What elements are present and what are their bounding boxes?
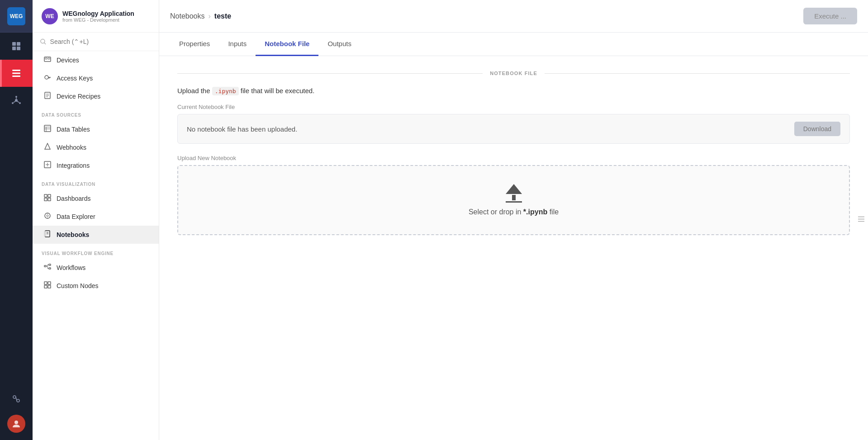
search-box[interactable] xyxy=(40,38,152,45)
rail-item-user[interactable] xyxy=(0,386,33,413)
svg-rect-40 xyxy=(48,194,51,197)
upload-description: Upload the .ipynb file that will be exec… xyxy=(177,87,850,95)
section-title: NOTEBOOK FILE xyxy=(490,71,537,76)
workflows-icon xyxy=(43,263,52,272)
breadcrumb-parent[interactable]: Notebooks xyxy=(170,12,205,20)
section-divider: NOTEBOOK FILE xyxy=(177,71,850,76)
svg-rect-51 xyxy=(44,265,46,267)
download-button[interactable]: Download xyxy=(794,122,840,136)
rail-logo[interactable]: WEG xyxy=(0,0,33,33)
svg-rect-4 xyxy=(12,70,20,71)
right-panel-toggle[interactable] xyxy=(854,209,868,231)
svg-line-13 xyxy=(17,101,19,103)
svg-line-16 xyxy=(16,397,17,401)
upload-label: Upload New Notebook xyxy=(177,155,850,161)
sidebar-item-notebooks[interactable]: Notebooks xyxy=(33,226,159,244)
rail-item-active[interactable] xyxy=(0,60,33,87)
tab-outputs[interactable]: Outputs xyxy=(318,33,360,56)
rail-item-connections[interactable] xyxy=(0,87,33,114)
tab-notebook-file[interactable]: Notebook File xyxy=(256,33,318,56)
sidebar-header: WE WEGnology Application from WEG - Deve… xyxy=(33,0,159,33)
notebook-content: NOTEBOOK FILE Upload the .ipynb file tha… xyxy=(159,56,868,250)
svg-point-15 xyxy=(17,399,19,402)
upload-icon xyxy=(506,184,522,203)
user-avatar[interactable] xyxy=(7,415,25,433)
device-recipes-icon xyxy=(43,92,52,101)
no-file-text: No notebook file has been uploaded. xyxy=(187,125,297,133)
svg-point-9 xyxy=(12,102,14,104)
svg-point-23 xyxy=(45,76,48,79)
sidebar-item-label-device-recipes: Device Recipes xyxy=(57,93,100,100)
sidebar-item-label-notebooks: Notebooks xyxy=(57,231,89,238)
app-subtitle: from WEG - Development xyxy=(62,17,134,23)
app-logo-circle: WE xyxy=(42,8,58,24)
sidebar-item-data-explorer[interactable]: Data Explorer xyxy=(33,208,159,226)
svg-line-19 xyxy=(44,43,46,44)
rail-item-grid[interactable] xyxy=(0,33,33,60)
svg-point-17 xyxy=(14,421,18,424)
sidebar-item-label-data-tables: Data Tables xyxy=(57,126,90,133)
svg-rect-52 xyxy=(49,264,51,265)
svg-point-10 xyxy=(19,102,21,104)
svg-rect-2 xyxy=(12,47,16,50)
svg-point-14 xyxy=(13,396,16,398)
sidebar-nav: Devices Access Keys xyxy=(33,51,159,440)
sidebar-item-device-recipes[interactable]: Device Recipes xyxy=(33,87,159,105)
svg-rect-6 xyxy=(12,76,20,77)
svg-rect-60 xyxy=(44,285,47,288)
tabs-bar: Properties Inputs Notebook File Outputs xyxy=(159,33,868,56)
dashboards-icon xyxy=(43,194,52,203)
svg-rect-31 xyxy=(44,125,51,132)
tab-inputs[interactable]: Inputs xyxy=(219,33,256,56)
upload-zone[interactable]: Select or drop in *.ipynb file xyxy=(177,165,850,235)
svg-rect-59 xyxy=(48,282,51,284)
svg-rect-61 xyxy=(48,285,51,288)
sidebar-search xyxy=(33,33,159,51)
data-explorer-icon xyxy=(43,212,52,221)
access-keys-icon xyxy=(43,74,52,83)
nav-section-data-sources: DATA SOURCES xyxy=(33,105,159,120)
sidebar-item-label-access-keys: Access Keys xyxy=(57,75,93,82)
sidebar-item-label-custom-nodes: Custom Nodes xyxy=(57,282,99,289)
sidebar-item-devices[interactable]: Devices xyxy=(33,51,159,69)
nav-section-workflow: VISUAL WORKFLOW ENGINE xyxy=(33,244,159,259)
svg-rect-41 xyxy=(44,198,47,201)
svg-rect-3 xyxy=(17,47,20,50)
sidebar-item-workflows[interactable]: Workflows xyxy=(33,259,159,277)
data-tables-icon xyxy=(43,125,52,134)
sidebar-item-data-tables[interactable]: Data Tables xyxy=(33,120,159,138)
search-input[interactable] xyxy=(50,38,152,45)
app-logo-icon: WEG xyxy=(7,7,25,25)
code-ipynb: .ipynb xyxy=(212,87,239,95)
sidebar: WE WEGnology Application from WEG - Deve… xyxy=(33,0,159,440)
custom-nodes-icon xyxy=(43,281,52,290)
sidebar-item-webhooks[interactable]: Webhooks xyxy=(33,138,159,156)
svg-point-8 xyxy=(15,96,17,98)
sidebar-item-access-keys[interactable]: Access Keys xyxy=(33,69,159,87)
integrations-icon xyxy=(43,161,52,170)
icon-rail: WEG xyxy=(0,0,33,440)
svg-rect-22 xyxy=(48,58,50,59)
sidebar-item-label-data-explorer: Data Explorer xyxy=(57,213,95,220)
upload-text: Select or drop in *.ipynb file xyxy=(469,208,559,216)
execute-button[interactable]: Execute ... xyxy=(803,8,857,24)
breadcrumb: Notebooks › teste xyxy=(170,12,231,20)
breadcrumb-separator: › xyxy=(209,12,211,20)
svg-point-44 xyxy=(47,215,48,217)
sidebar-item-dashboards[interactable]: Dashboards xyxy=(33,189,159,208)
svg-rect-5 xyxy=(12,73,20,74)
sidebar-item-integrations[interactable]: Integrations xyxy=(33,156,159,175)
current-file-box: No notebook file has been uploaded. Down… xyxy=(177,114,850,144)
sidebar-item-label-dashboards: Dashboards xyxy=(57,195,91,202)
rail-bottom xyxy=(0,386,33,440)
tab-properties[interactable]: Properties xyxy=(170,33,219,56)
svg-rect-1 xyxy=(17,42,20,46)
svg-rect-50 xyxy=(44,231,46,237)
svg-rect-53 xyxy=(49,268,51,269)
svg-line-12 xyxy=(14,101,15,103)
svg-rect-42 xyxy=(48,198,51,201)
content-area: NOTEBOOK FILE Upload the .ipynb file tha… xyxy=(159,56,868,440)
devices-icon xyxy=(43,56,52,65)
sidebar-item-custom-nodes[interactable]: Custom Nodes xyxy=(33,277,159,295)
svg-rect-21 xyxy=(45,58,47,59)
